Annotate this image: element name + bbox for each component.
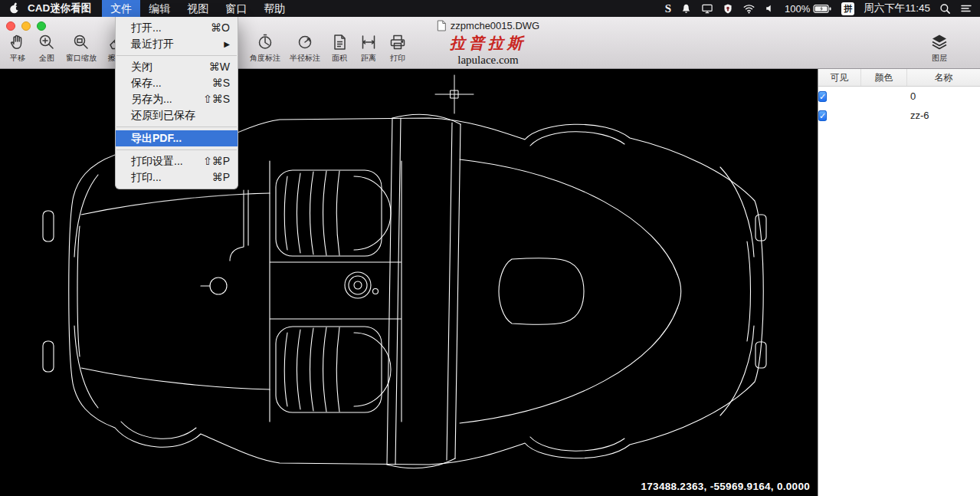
print-label: 打印 [390,53,405,64]
notification-bell-icon[interactable] [680,3,692,15]
watermark-title: 拉普拉斯 [450,33,526,54]
menu-item-close[interactable]: 关闭 ⌘W [116,59,238,75]
s-status-icon[interactable]: S [665,2,671,15]
pan-button[interactable]: 平移 [3,32,32,64]
print-icon [388,32,408,52]
watermark-site: lapulace.com [457,54,519,67]
menu-file[interactable]: 文件 [102,0,140,17]
zoom-all-label: 全图 [39,53,54,64]
menu-item-save[interactable]: 保存... ⌘S [116,75,238,91]
menu-divider [116,149,237,150]
angle-dimension-label: 角度标注 [250,53,280,64]
menu-divider [116,126,237,127]
menu-window[interactable]: 窗口 [217,0,255,17]
input-method-icon[interactable]: 拼 [841,2,854,15]
minimize-window-button[interactable] [21,21,31,31]
display-icon[interactable] [701,3,713,15]
menubar-status-area: S 100% 拼 周六下午11:45 [665,2,980,15]
apple-icon [9,2,20,15]
crosshair-cursor [435,75,474,113]
document-title-block: zzpmche0015.DWG 拉普拉斯 lapulace.com [437,20,539,67]
layers-panel: 可见 颜色 名称 ✓ 0 ✓ zz-6 [818,69,980,496]
angle-dimension-icon [255,32,275,52]
menu-bar: CAD迷你看图 文件 编辑 视图 窗口 帮助 S 100% [0,0,980,17]
menu-item-open-recent[interactable]: 最近打开 ▶ [116,36,238,52]
area-label: 面积 [332,53,347,64]
shield-icon[interactable] [723,3,733,15]
battery-status[interactable]: 100% [785,3,832,15]
layers-panel-button[interactable]: 图层 [928,32,951,64]
header-visible: 可见 [818,69,861,86]
window-controls [6,21,46,31]
coordinates-readout: 173488.2363, -55969.9164, 0.0000 [641,481,810,492]
angle-dimension-button[interactable]: 角度标注 [245,32,285,64]
document-icon [437,20,447,31]
menu-item-export-pdf[interactable]: 导出PDF... [116,130,238,146]
menu-item-save-as[interactable]: 另存为... ⇧⌘S [116,91,238,107]
battery-icon [813,4,832,14]
battery-percent-label: 100% [785,3,810,15]
radius-dimension-button[interactable]: 半径标注 [285,32,325,64]
layer-1-name: zz-6 [907,110,980,121]
app-title: CAD迷你看图 [28,2,102,15]
layers-label: 图层 [932,53,947,64]
layer-1-visible-checkbox[interactable]: ✓ [818,110,827,121]
layer-0-name: 0 [907,90,980,102]
menu-list-icon[interactable] [960,3,972,14]
zoom-window-button[interactable] [37,21,46,31]
zoom-window-label: 窗口缩放 [66,53,97,64]
radius-dimension-label: 半径标注 [290,53,320,64]
layer-row-1[interactable]: ✓ zz-6 [818,106,980,125]
zoom-window-icon [71,32,91,52]
menu-item-print[interactable]: 打印... ⌘P [116,169,238,186]
wifi-icon[interactable] [742,3,755,14]
zoom-window-tool-button[interactable]: 窗口缩放 [61,32,101,64]
spotlight-search-icon[interactable] [939,3,951,15]
layers-icon [929,32,949,52]
close-window-button[interactable] [6,21,15,31]
area-button[interactable]: 面积 [325,32,354,64]
radius-dimension-icon [295,32,315,52]
pan-hand-icon [8,32,28,52]
menu-item-revert[interactable]: 还原到已保存 [116,107,238,123]
distance-icon [359,32,379,52]
menubar-clock[interactable]: 周六下午11:45 [864,2,930,15]
header-color: 颜色 [861,69,907,86]
filename: zzpmche0015.DWG [451,20,539,31]
layers-header-row: 可见 颜色 名称 [818,69,980,87]
submenu-arrow-icon: ▶ [224,36,230,52]
menu-edit[interactable]: 编辑 [140,0,179,17]
file-dropdown-menu: 打开... ⌘O 最近打开 ▶ 关闭 ⌘W 保存... ⌘S 另存为... ⇧⌘… [115,17,238,189]
menu-view[interactable]: 视图 [179,0,217,17]
menu-divider [116,55,237,56]
zoom-all-icon [37,32,57,52]
zoom-all-button[interactable]: 全图 [32,32,61,64]
document-title: zzpmche0015.DWG [437,20,539,31]
print-button[interactable]: 打印 [383,32,412,64]
header-name: 名称 [907,69,980,86]
apple-menu[interactable] [0,2,28,15]
area-icon [329,32,349,52]
menu-item-open[interactable]: 打开... ⌘O [116,20,238,36]
menu-help[interactable]: 帮助 [255,0,293,17]
distance-label: 距离 [361,53,376,64]
pan-label: 平移 [10,53,25,64]
layer-row-0[interactable]: ✓ 0 [818,87,980,106]
distance-button[interactable]: 距离 [354,32,383,64]
menu-item-print-setup[interactable]: 打印设置... ⇧⌘P [116,153,238,169]
volume-icon[interactable] [765,3,775,14]
layer-0-visible-checkbox[interactable]: ✓ [818,91,827,102]
